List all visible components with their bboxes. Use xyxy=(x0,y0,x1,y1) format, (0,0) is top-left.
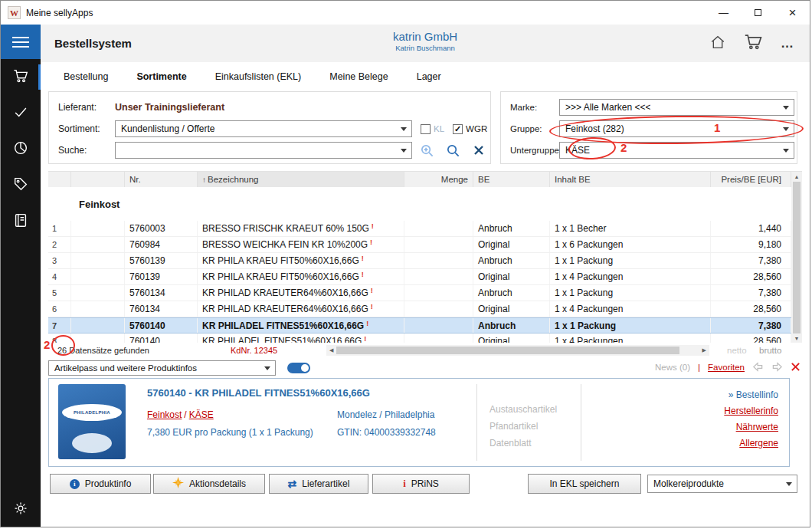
hamburger-menu-button[interactable] xyxy=(1,25,41,59)
table-row[interactable]: 5 5760134 KR PHILAD KRAEUTER64%60X16,66G… xyxy=(48,285,791,301)
close-panel-icon[interactable] xyxy=(791,362,801,372)
scroll-right-icon[interactable]: ▶ xyxy=(702,347,706,353)
prins-icon: i xyxy=(403,478,406,490)
home-icon[interactable] xyxy=(709,34,726,54)
flag-datenblatt: Datenblatt xyxy=(489,435,581,452)
wgr-checkbox[interactable]: ✓ xyxy=(453,124,463,134)
sidebar-item-tasks[interactable] xyxy=(1,95,41,131)
productinfo-select[interactable]: Artikelpass und weitere Produktinfos xyxy=(48,360,276,376)
col-preis[interactable]: Preis/BE [EUR] xyxy=(711,172,791,187)
page-title: Bestellsystem xyxy=(54,37,132,50)
produktinfo-button[interactable]: i Produktinfo xyxy=(50,474,151,494)
minimize-button[interactable]: — xyxy=(706,1,741,25)
lieferartikel-button[interactable]: ⇄ Lieferartikel xyxy=(269,474,368,494)
close-button[interactable]: × xyxy=(775,1,810,25)
results-table: Nr. ↑Bezeichnung Menge BE Inhalt BE Prei… xyxy=(48,171,802,343)
prins-button[interactable]: i PRiNS xyxy=(372,474,470,494)
naehrwerte-link[interactable]: Nährwerte xyxy=(581,419,778,435)
table-row[interactable]: 2 760984 BRESSO WEICHKA FEIN KR 10%200G!… xyxy=(48,237,791,253)
marke-select[interactable]: >>> Alle Marken <<< xyxy=(559,99,794,116)
checkmark-icon xyxy=(12,104,29,123)
sidebar-item-katalog[interactable] xyxy=(1,203,41,239)
untergruppe-select[interactable]: KÄSE xyxy=(559,142,794,159)
chevron-down-icon xyxy=(401,127,407,131)
tab-bestellung[interactable]: Bestellung xyxy=(64,71,108,82)
table-header: Nr. ↑Bezeichnung Menge BE Inhalt BE Prei… xyxy=(48,172,791,187)
separator: | xyxy=(698,363,700,372)
allergene-link[interactable]: Allergene xyxy=(581,435,778,452)
col-be[interactable]: BE xyxy=(473,172,550,187)
more-options-icon[interactable]: … xyxy=(781,36,794,51)
check-icon: ✓ xyxy=(454,124,461,134)
group-header: Feinkost xyxy=(48,187,791,221)
star-icon xyxy=(172,477,184,491)
marke-label: Marke: xyxy=(510,103,559,112)
herstellerinfo-link[interactable]: Herstellerinfo xyxy=(581,403,778,419)
table-row[interactable]: 4 760139 KR PHILA KRAEU FIT50%60X16,66G!… xyxy=(48,269,791,285)
in-ekl-speichern-button[interactable]: In EKL speichern xyxy=(528,474,641,494)
table-row-selected[interactable]: 7 5760140 KR PHILADEL FITNES51%60X16,66G… xyxy=(48,317,791,334)
search-input[interactable] xyxy=(115,142,412,159)
aktionsdetails-button[interactable]: Aktionsdetails xyxy=(153,474,265,494)
vertical-scrollbar[interactable]: ▲ ▼ xyxy=(791,172,802,343)
search-plus-icon[interactable] xyxy=(415,141,438,159)
gear-icon xyxy=(13,501,28,519)
col-bezeichnung[interactable]: ↑Bezeichnung xyxy=(198,172,404,187)
col-rownum xyxy=(48,172,71,187)
kl-label: KL xyxy=(434,124,444,133)
product-flags: Austauschartikel Pfandartikel Datenblatt xyxy=(476,384,581,461)
molkereiprodukte-select[interactable]: Molkereiprodukte xyxy=(647,475,797,493)
prev-arrow-icon[interactable] xyxy=(752,361,764,373)
scroll-up-icon[interactable]: ▲ xyxy=(794,174,800,179)
alert-icon: ! xyxy=(362,269,364,280)
kl-checkbox[interactable] xyxy=(421,124,431,134)
untergruppe-label: Untergruppe: xyxy=(510,146,559,155)
brutto-toggle[interactable]: brutto xyxy=(759,346,781,355)
netto-toggle[interactable]: netto xyxy=(727,346,747,355)
favoriten-link[interactable]: Favoriten xyxy=(708,363,745,372)
table-row[interactable]: 1 5760003 BRESSO FRISCHK KRAEUT 60% 150G… xyxy=(48,221,791,237)
table-row[interactable]: 6 760134 KR PHILAD KRAEUTER64%60X16,66G!… xyxy=(48,301,791,317)
table-row[interactable]: 8 760140 KR PHILADEL FITNES51%60X16,66G!… xyxy=(48,334,791,343)
tab-lager[interactable]: Lager xyxy=(417,71,441,82)
clear-search-icon[interactable] xyxy=(467,141,490,159)
tab-sortimente[interactable]: Sortimente xyxy=(136,71,186,82)
col-inhalt[interactable]: Inhalt BE xyxy=(550,172,711,187)
window-title: Meine sellyApps xyxy=(26,8,93,18)
scrollbar-thumb[interactable] xyxy=(336,347,679,354)
col-menge[interactable]: Menge xyxy=(404,172,473,187)
bestellinfo-link[interactable]: » Bestellinfo xyxy=(581,387,778,403)
settings-button[interactable] xyxy=(1,501,41,519)
table-row[interactable]: 3 5760139 KR PHILA KRAEU FIT50%60X16,66G… xyxy=(48,253,791,269)
alert-icon: ! xyxy=(366,318,368,329)
col-spacer xyxy=(71,172,125,187)
sidebar-item-bestellsystem[interactable] xyxy=(1,59,41,95)
wgr-label: WGR xyxy=(466,124,487,133)
chevron-down-icon xyxy=(783,106,789,110)
scroll-down-icon[interactable]: ▼ xyxy=(794,336,800,341)
tab-meine-belege[interactable]: Meine Belege xyxy=(329,71,388,82)
next-arrow-icon[interactable] xyxy=(771,361,783,373)
col-nr[interactable]: Nr. xyxy=(125,172,198,187)
price-tag-icon xyxy=(12,176,29,196)
category-link[interactable]: Feinkost xyxy=(147,409,182,420)
news-link[interactable]: News (0) xyxy=(655,363,690,372)
gruppe-select[interactable]: Feinkost (282) xyxy=(559,120,794,137)
sidebar-item-aktionen[interactable] xyxy=(1,167,41,203)
scrollbar-thumb[interactable] xyxy=(793,182,801,334)
product-brand: Mondelez / Philadelphia xyxy=(337,409,471,420)
search-icon[interactable] xyxy=(441,141,464,159)
subcategory-link[interactable]: KÄSE xyxy=(189,409,214,420)
scroll-left-icon[interactable]: ◀ xyxy=(329,347,333,353)
chevron-down-icon xyxy=(783,127,789,131)
horizontal-scrollbar[interactable]: ◀ ▶ xyxy=(326,345,709,356)
maximize-icon xyxy=(755,9,761,16)
lieferant-value: Unser Trainingslieferant xyxy=(115,102,224,113)
sidebar-item-statistics[interactable] xyxy=(1,131,41,167)
product-image: PHILADELPHIA xyxy=(58,384,126,459)
cart-icon[interactable] xyxy=(743,31,764,55)
sortiment-select[interactable]: Kundenlistung / Offerte xyxy=(115,120,412,137)
tab-einkaufslisten[interactable]: Einkaufslisten (EKL) xyxy=(215,71,302,82)
info-toggle-switch[interactable] xyxy=(287,363,310,373)
maximize-button[interactable] xyxy=(741,1,775,25)
